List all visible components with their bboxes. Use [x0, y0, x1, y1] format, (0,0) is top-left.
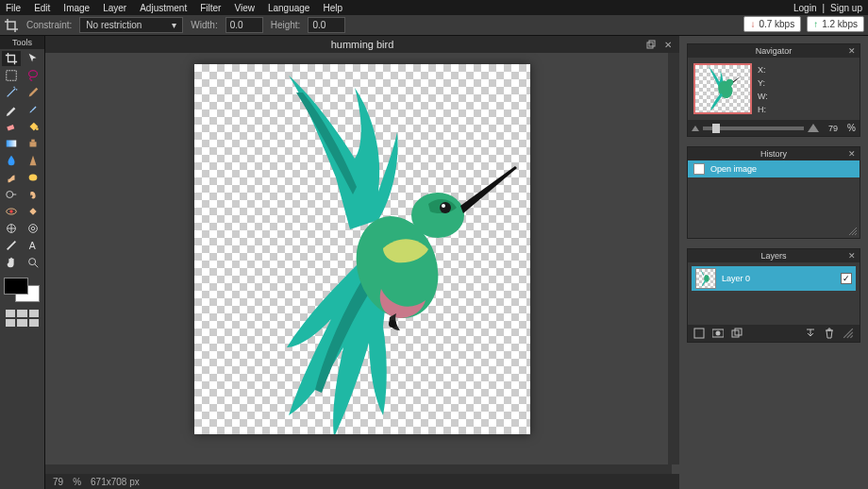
resize-grip-icon[interactable]	[843, 328, 854, 339]
canvas-viewport[interactable]	[45, 53, 679, 464]
history-title: History	[760, 149, 787, 159]
canvas-content[interactable]	[194, 64, 530, 434]
clone-tool[interactable]	[24, 136, 42, 151]
svg-point-29	[716, 331, 721, 336]
option-bar: Constraint: No restriction ▾ Width: 0.0 …	[0, 15, 868, 36]
side-panels: Navigator ✕ X: Y: W:	[679, 36, 868, 489]
navigator-thumbnail[interactable]	[693, 63, 752, 114]
height-label: Height:	[271, 20, 301, 30]
zoom-tool[interactable]	[24, 255, 42, 270]
menu-image[interactable]: Image	[63, 3, 90, 13]
svg-point-25	[726, 79, 733, 86]
document-header: humming bird ✕	[45, 36, 679, 53]
pencil-tool[interactable]	[2, 102, 21, 117]
lasso-tool[interactable]	[24, 68, 42, 83]
layer-row[interactable]: Layer 0 ✓	[692, 266, 856, 291]
separator: |	[822, 3, 825, 13]
drawing-tool[interactable]	[2, 238, 21, 253]
sponge-tool[interactable]	[24, 170, 42, 185]
canvas-area: humming bird ✕	[45, 36, 679, 489]
nav-w-label: W:	[758, 92, 768, 101]
menu-filter[interactable]: Filter	[200, 3, 221, 13]
width-label: Width:	[191, 20, 217, 30]
layer-mask-icon[interactable]	[712, 328, 724, 339]
menu-view[interactable]: View	[234, 3, 255, 13]
blur-tool[interactable]	[2, 153, 21, 168]
zoom-out-icon[interactable]	[692, 126, 699, 131]
login-link[interactable]: Login	[793, 3, 816, 13]
crop-tool[interactable]	[2, 51, 21, 66]
zoom-slider-track[interactable]	[703, 126, 804, 130]
history-item[interactable]: Open image	[688, 160, 860, 177]
restore-icon[interactable]	[645, 39, 657, 50]
paint-bucket-tool[interactable]	[24, 119, 42, 134]
svg-rect-27	[694, 329, 704, 338]
svg-point-8	[7, 192, 13, 198]
status-bar: 79 % 671x708 px	[45, 474, 679, 489]
menu-adjustment[interactable]: Adjustment	[140, 3, 187, 13]
svg-point-20	[411, 193, 464, 238]
svg-rect-18	[649, 41, 655, 46]
height-input[interactable]: 0.0	[308, 17, 345, 33]
layer-visibility-checkbox[interactable]: ✓	[841, 273, 852, 284]
menu-language[interactable]: Language	[268, 3, 310, 13]
bloat-tool[interactable]	[2, 221, 21, 236]
navigator-zoom-value: 79	[823, 124, 843, 133]
zoom-slider-thumb[interactable]	[712, 124, 720, 133]
horizontal-scrollbar[interactable]	[45, 464, 672, 474]
hand-tool[interactable]	[2, 255, 21, 270]
navigator-zoom-pct: %	[847, 123, 856, 133]
sharpen-tool[interactable]	[24, 153, 42, 168]
chevron-down-icon: ▾	[172, 20, 176, 30]
duplicate-layer-icon[interactable]	[731, 328, 743, 339]
svg-rect-4	[7, 141, 17, 147]
zoom-in-icon[interactable]	[808, 124, 819, 132]
vertical-scrollbar[interactable]	[668, 53, 679, 464]
eraser-tool[interactable]	[2, 119, 21, 134]
constraint-dropdown[interactable]: No restriction ▾	[79, 17, 183, 33]
marquee-tool[interactable]	[2, 68, 21, 83]
close-icon[interactable]: ✕	[848, 251, 856, 261]
layout-presets[interactable]	[0, 308, 44, 329]
spot-heal-tool[interactable]	[24, 204, 42, 219]
pinch-tool[interactable]	[24, 221, 42, 236]
close-icon[interactable]: ✕	[662, 39, 674, 50]
foreground-color-swatch[interactable]	[4, 278, 28, 295]
layers-title: Layers	[760, 251, 786, 261]
smudge-tool[interactable]	[2, 170, 21, 185]
menu-edit[interactable]: Edit	[34, 3, 50, 13]
close-icon[interactable]: ✕	[848, 149, 856, 159]
red-eye-tool[interactable]	[2, 204, 21, 219]
tools-title: Tools	[0, 36, 44, 49]
dodge-tool[interactable]	[2, 187, 21, 202]
constraint-value: No restriction	[86, 20, 142, 30]
width-input[interactable]: 0.0	[225, 17, 263, 33]
download-value: 0.7 kbps	[759, 19, 794, 29]
zoom-pct: %	[73, 477, 81, 487]
navigator-zoom-slider[interactable]: 79 %	[688, 120, 860, 136]
constraint-label: Constraint:	[26, 20, 72, 30]
type-tool[interactable]: A	[24, 238, 42, 253]
color-swatches[interactable]	[4, 278, 40, 302]
burn-tool[interactable]	[24, 187, 42, 202]
new-layer-icon[interactable]	[693, 328, 705, 339]
canvas-dimensions: 671x708 px	[91, 477, 140, 487]
wand-tool[interactable]	[2, 85, 21, 100]
svg-rect-0	[7, 71, 17, 81]
signup-link[interactable]: Sign up	[830, 3, 862, 13]
close-icon[interactable]: ✕	[848, 46, 856, 56]
eyedropper-tool[interactable]	[24, 85, 42, 100]
nav-y-label: Y:	[758, 78, 768, 88]
download-icon: ↓	[750, 19, 755, 29]
menu-layer[interactable]: Layer	[103, 3, 126, 13]
upload-rate: ↑1.2 kbps	[807, 16, 864, 32]
menu-help[interactable]: Help	[323, 3, 342, 13]
brush-tool[interactable]	[24, 102, 42, 117]
zoom-level: 79	[53, 477, 63, 487]
delete-layer-icon[interactable]	[824, 328, 835, 339]
gradient-tool[interactable]	[2, 136, 21, 151]
menu-file[interactable]: File	[6, 3, 21, 13]
resize-grip-icon[interactable]	[848, 227, 858, 236]
merge-down-icon[interactable]	[805, 328, 816, 339]
move-tool[interactable]	[24, 51, 42, 66]
